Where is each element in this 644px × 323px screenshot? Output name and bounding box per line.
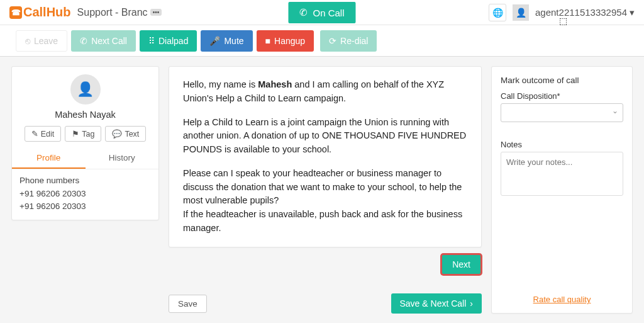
phone-icon: ✆ bbox=[299, 7, 308, 18]
outcome-panel: Mark outcome of call Call Disposition* N… bbox=[491, 66, 633, 314]
contact-name: Mahesh Nayak bbox=[12, 110, 158, 120]
on-call-button[interactable]: ✆ On Call bbox=[288, 2, 355, 23]
text-label: Text bbox=[125, 130, 139, 139]
logo-icon: ☎ bbox=[9, 6, 22, 19]
mic-icon: 🎤 bbox=[209, 36, 220, 46]
script-name-bold: Mahesh bbox=[258, 79, 292, 89]
tab-profile[interactable]: Profile bbox=[12, 148, 86, 169]
hangup-button[interactable]: ■ Hangup bbox=[257, 30, 314, 52]
mute-button[interactable]: 🎤 Mute bbox=[201, 30, 252, 52]
globe-button[interactable]: 🌐 bbox=[489, 4, 506, 21]
user-menu[interactable]: agent2211513332954 ▾ bbox=[535, 7, 635, 18]
edit-button[interactable]: ✎ Edit bbox=[25, 126, 62, 142]
hangup-label: Hangup bbox=[274, 36, 305, 46]
tag-icon: ⚑ bbox=[72, 129, 79, 139]
tag-button[interactable]: ⚑ Tag bbox=[65, 126, 101, 142]
chevron-right-icon: › bbox=[470, 298, 473, 309]
phone-icon: ✆ bbox=[80, 36, 87, 46]
redial-label: Re-dial bbox=[340, 36, 368, 46]
script-card: Hello, my name is Mahesh and I am callin… bbox=[169, 66, 482, 247]
next-button[interactable]: Next bbox=[441, 254, 482, 275]
globe-icon: 🌐 bbox=[492, 8, 503, 18]
leave-button[interactable]: ⎋ Leave bbox=[16, 30, 67, 52]
next-call-label: Next Call bbox=[91, 36, 127, 46]
save-button[interactable]: Save bbox=[169, 295, 207, 313]
phone-number: +91 96206 20303 bbox=[19, 188, 151, 200]
disposition-select[interactable] bbox=[501, 103, 623, 122]
logo-text: CallHub bbox=[23, 5, 71, 20]
redial-icon: ⟳ bbox=[329, 36, 336, 46]
script-text: Help a Child to Learn is a joint campaig… bbox=[183, 116, 467, 157]
redial-button[interactable]: ⟳ Re-dial bbox=[320, 30, 377, 52]
notes-textarea[interactable] bbox=[501, 152, 623, 196]
next-call-button[interactable]: ✆ Next Call bbox=[71, 30, 136, 52]
text-button[interactable]: 💬 Text bbox=[105, 126, 146, 142]
campaign-more-icon[interactable]: ••• bbox=[150, 9, 162, 16]
script-text: Please can I speak to your headteacher o… bbox=[183, 167, 467, 208]
chat-icon: 💬 bbox=[112, 129, 122, 139]
username-label: agent2211513332954 bbox=[535, 7, 627, 18]
campaign-name: Support - Branc bbox=[77, 7, 148, 18]
logo: ☎ CallHub bbox=[9, 5, 71, 20]
script-text: If the headteacher is unavailable, push … bbox=[183, 208, 467, 235]
edit-label: Edit bbox=[41, 130, 55, 139]
tab-history[interactable]: History bbox=[86, 148, 159, 169]
avatar[interactable]: 👤 bbox=[513, 4, 529, 21]
phone-numbers-header: Phone numbers bbox=[19, 176, 151, 185]
notes-label: Notes bbox=[501, 140, 623, 149]
leave-icon: ⎋ bbox=[25, 36, 30, 46]
dialpad-icon: ⠿ bbox=[148, 36, 155, 46]
script-text: Hello, my name is bbox=[183, 79, 258, 89]
on-call-label: On Call bbox=[313, 8, 344, 18]
stop-icon: ■ bbox=[265, 36, 270, 46]
contact-avatar: 👤 bbox=[70, 74, 101, 105]
disposition-label: Call Disposition* bbox=[501, 91, 623, 101]
contact-card: 👤 Mahesh Nayak ✎ Edit ⚑ Tag 💬 Text Profi… bbox=[11, 66, 159, 220]
dialpad-button[interactable]: ⠿ Dialpad bbox=[140, 30, 197, 52]
dialpad-label: Dialpad bbox=[158, 36, 188, 46]
save-next-call-button[interactable]: Save & Next Call › bbox=[391, 293, 482, 314]
save-next-label: Save & Next Call bbox=[400, 298, 467, 309]
phone-number: +91 96206 20303 bbox=[19, 200, 151, 213]
mute-label: Mute bbox=[224, 36, 243, 46]
outcome-header: Mark outcome of call bbox=[501, 76, 623, 85]
caret-down-icon: ▾ bbox=[630, 7, 635, 18]
leave-label: Leave bbox=[34, 36, 58, 46]
pencil-icon: ✎ bbox=[31, 129, 38, 139]
tag-label: Tag bbox=[82, 130, 94, 139]
rate-call-quality-link[interactable]: Rate call quality bbox=[501, 295, 623, 304]
